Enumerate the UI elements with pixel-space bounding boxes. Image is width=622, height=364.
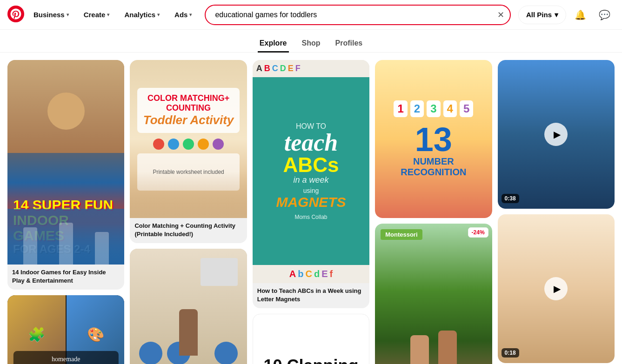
search-container: ✕ xyxy=(205,5,511,25)
messages-button[interactable]: 💬 xyxy=(594,5,615,25)
save-button-9[interactable]: Save xyxy=(581,64,611,79)
abc-brand: Moms Collab xyxy=(294,214,327,220)
pin-card-3[interactable]: COLOR MATCHING+ COUNTING Toddler Activit… xyxy=(130,60,247,243)
main-content: 14 SUPER FUN INDOOR GAMES for AGES 2-4 1… xyxy=(0,53,622,364)
card7-number: 13 xyxy=(415,123,452,156)
pin-card-4[interactable]: DON'T TOUCH THE LAVA! gross motor & lear… xyxy=(130,249,247,364)
card3-sub: Toddler Activity xyxy=(143,113,234,127)
card8-label: Montessori xyxy=(381,229,422,240)
pin-caption-3: Color Matching + Counting Activity (Prin… xyxy=(130,218,247,243)
save-button-1[interactable]: Save xyxy=(91,64,121,79)
abc-week: in a week xyxy=(293,175,328,185)
pin-caption-5: How to Teach ABCs in a Week using Letter… xyxy=(253,283,369,308)
chat-icon: 💬 xyxy=(599,9,610,20)
pin-card-5[interactable]: A B C D E F HOW TO teach ABCs in a week … xyxy=(253,60,369,308)
save-button-2[interactable]: Save xyxy=(91,299,121,314)
video-time-10: 0:18 xyxy=(502,348,519,357)
save-button-10[interactable]: Save xyxy=(581,218,611,233)
abc-teach-big: teach xyxy=(284,131,338,155)
save-button-5[interactable]: Save xyxy=(335,64,366,79)
pin-card-1[interactable]: 14 SUPER FUN INDOOR GAMES for AGES 2-4 1… xyxy=(7,60,124,290)
pin-card-6[interactable]: 10 Clapping Games 👏 🎵 👧 Save xyxy=(253,314,369,364)
pin-card-8[interactable]: Montessori -24% Save xyxy=(375,224,492,364)
search-clear-button[interactable]: ✕ xyxy=(497,11,504,19)
all-pins-button[interactable]: All Pins ▾ xyxy=(518,6,566,24)
subnav-profiles[interactable]: Profiles xyxy=(334,35,365,53)
pin-caption-1: 14 Indoor Games for Easy Inside Play & E… xyxy=(7,265,124,290)
nav-business[interactable]: Business ▾ xyxy=(28,7,74,22)
business-chevron-icon: ▾ xyxy=(67,12,69,17)
abc-using: using xyxy=(303,187,319,194)
sub-navigation: Explore Shop Profiles xyxy=(0,30,622,53)
ads-chevron-icon: ▾ xyxy=(189,12,192,17)
card3-title: COLOR MATCHING+ COUNTING xyxy=(143,93,234,113)
abc-magnets-big: MAGNETS xyxy=(276,194,346,210)
bell-icon: 🔔 xyxy=(575,9,586,20)
nav-analytics[interactable]: Analytics ▾ xyxy=(119,7,165,22)
subnav-shop[interactable]: Shop xyxy=(300,35,322,53)
save-button-7[interactable]: Save xyxy=(458,64,488,79)
svg-point-0 xyxy=(7,6,24,22)
pin-grid: 14 SUPER FUN INDOOR GAMES for AGES 2-4 1… xyxy=(7,60,615,364)
notification-button[interactable]: 🔔 xyxy=(570,5,590,25)
subnav-explore[interactable]: Explore xyxy=(258,35,289,53)
card7-text: NUMBER RECOGNITION xyxy=(382,156,484,178)
create-chevron-icon: ▾ xyxy=(107,12,109,17)
nav-create[interactable]: Create ▾ xyxy=(78,7,115,22)
logo[interactable] xyxy=(7,6,24,24)
save-button-8[interactable]: Save xyxy=(458,227,488,242)
abc-abcs: ABCs xyxy=(283,155,339,175)
nav-ads[interactable]: Ads ▾ xyxy=(169,7,197,22)
analytics-chevron-icon: ▾ xyxy=(157,12,160,17)
header: Business ▾ Create ▾ Analytics ▾ Ads ▾ ✕ … xyxy=(0,0,622,30)
save-button-3[interactable]: Save xyxy=(213,64,243,79)
card6-title: 10 Clapping Games xyxy=(262,356,360,364)
video-time-9: 0:38 xyxy=(502,194,519,203)
pin-card-10[interactable]: ▶ 0:18 Save xyxy=(498,214,615,363)
pin-card-2[interactable]: 🧩 🎨 🎲 ✂️ homemade GAMES that teach 50 Aw… xyxy=(7,295,124,364)
search-input[interactable] xyxy=(205,5,511,25)
all-pins-chevron-icon: ▾ xyxy=(555,11,558,19)
pin-card-9[interactable]: ▶ 0:38 Save xyxy=(498,60,615,209)
save-button-4[interactable]: Save xyxy=(213,252,243,267)
pin-card-7[interactable]: 1 2 3 4 5 13 NUMBER RECOGNITION Save xyxy=(375,60,492,218)
save-button-6[interactable]: Save xyxy=(335,318,366,332)
